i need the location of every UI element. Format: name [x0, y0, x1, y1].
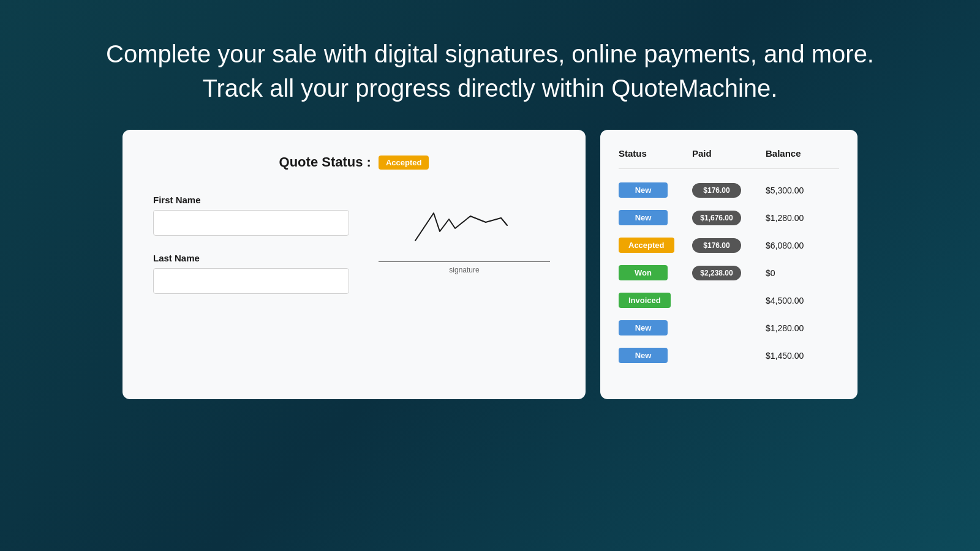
paid-badge: $176.00: [692, 183, 741, 198]
balance-cell: $0: [766, 268, 839, 278]
paid-badge: $2,238.00: [692, 266, 741, 280]
status-badge: New: [619, 182, 668, 198]
first-name-group: First Name: [153, 195, 349, 236]
form-fields: First Name Last Name: [153, 195, 349, 311]
signature-svg: [379, 201, 550, 250]
status-badge: New: [619, 320, 668, 335]
table-row: Invoiced $4,500.00: [619, 287, 839, 314]
table-row: Won $2,238.00 $0: [619, 259, 839, 287]
status-cell: New: [619, 348, 692, 363]
table-row: New $176.00 $5,300.00: [619, 176, 839, 204]
col-header-balance: Balance: [766, 148, 839, 159]
signature-underline: [379, 261, 550, 262]
status-cell: Won: [619, 265, 692, 280]
status-cell: Accepted: [619, 238, 692, 253]
first-name-label: First Name: [153, 195, 349, 205]
table-row: Accepted $176.00 $6,080.00: [619, 231, 839, 259]
status-cell: New: [619, 182, 692, 198]
hero-line1: Complete your sale with digital signatur…: [106, 40, 874, 67]
paid-cell: $176.00: [692, 238, 766, 253]
first-name-input[interactable]: [153, 210, 349, 236]
status-cell: New: [619, 320, 692, 335]
col-header-status: Status: [619, 148, 692, 159]
balance-cell: $4,500.00: [766, 296, 839, 305]
table-body: New $176.00 $5,300.00 New $1,676.00 $1,2…: [619, 176, 839, 369]
status-cell: New: [619, 210, 692, 225]
table-row: New $1,280.00: [619, 314, 839, 342]
quote-status-badge: Accepted: [379, 156, 429, 170]
status-cell: Invoiced: [619, 293, 692, 308]
signature-section: signature: [374, 195, 555, 274]
balance-cell: $5,300.00: [766, 186, 839, 195]
quote-status-label: Quote Status :: [279, 154, 371, 170]
status-badge: Accepted: [619, 238, 674, 253]
last-name-label: Last Name: [153, 253, 349, 263]
table-header: Status Paid Balance: [619, 148, 839, 169]
paid-cell: $1,676.00: [692, 211, 766, 225]
paid-badge: $1,676.00: [692, 211, 741, 225]
hero-line2: Track all your progress directly within …: [203, 75, 778, 102]
paid-cell: $176.00: [692, 183, 766, 198]
status-table-card: Status Paid Balance New $176.00 $5,300.0…: [600, 130, 858, 399]
quote-form-card: Quote Status : Accepted First Name Last …: [123, 130, 586, 399]
balance-cell: $1,450.00: [766, 351, 839, 361]
balance-cell: $1,280.00: [766, 213, 839, 223]
form-section: First Name Last Name signature: [153, 195, 555, 311]
cards-container: Quote Status : Accepted First Name Last …: [123, 130, 858, 399]
paid-badge: $176.00: [692, 238, 741, 253]
balance-cell: $1,280.00: [766, 323, 839, 333]
status-badge: Won: [619, 265, 668, 280]
last-name-group: Last Name: [153, 253, 349, 294]
table-row: New $1,450.00: [619, 342, 839, 369]
col-header-paid: Paid: [692, 148, 766, 159]
balance-cell: $6,080.00: [766, 241, 839, 250]
table-row: New $1,676.00 $1,280.00: [619, 204, 839, 231]
quote-status-row: Quote Status : Accepted: [153, 154, 555, 170]
signature-canvas[interactable]: [379, 201, 550, 262]
signature-label: signature: [449, 266, 479, 274]
status-badge: New: [619, 348, 668, 363]
status-badge: Invoiced: [619, 293, 671, 308]
last-name-input[interactable]: [153, 268, 349, 294]
status-badge: New: [619, 210, 668, 225]
hero-section: Complete your sale with digital signatur…: [106, 37, 874, 105]
paid-cell: $2,238.00: [692, 266, 766, 280]
